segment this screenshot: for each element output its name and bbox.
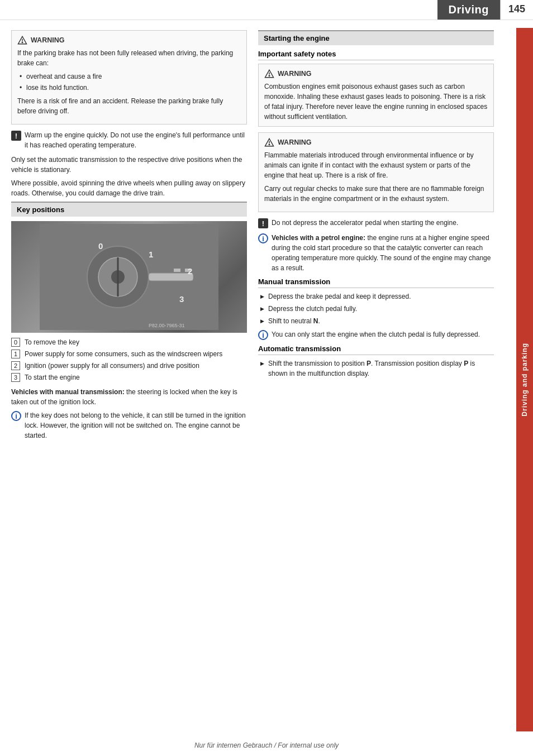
- key-diagram-svg: 0 1 2 3 P82.00-7965-31: [40, 224, 218, 330]
- key-desc-2: Ignition (power supply for all consumers…: [25, 361, 199, 371]
- note-block-2: ! Do not depress the accelerator pedal w…: [258, 218, 494, 228]
- key-pos-3: 3 To start the engine: [11, 372, 247, 382]
- info-icon-2: i: [258, 233, 268, 243]
- bullet-2: lose its hold function.: [20, 83, 241, 93]
- key-pos-2: 2 Ignition (power supply for all consume…: [11, 361, 247, 371]
- bullet-1: overheat and cause a fire: [20, 71, 241, 82]
- key-desc-3: To start the engine: [25, 372, 80, 382]
- key-num-2: 2: [11, 361, 20, 370]
- svg-point-21: [269, 144, 270, 145]
- key-num-3: 3: [11, 373, 20, 382]
- warning-title-2: WARNING: [264, 69, 488, 79]
- svg-text:2: 2: [188, 266, 192, 276]
- manual-trans-header: Manual transmission: [258, 277, 494, 288]
- info-icon-3: i: [258, 330, 268, 340]
- svg-text:0: 0: [98, 241, 103, 251]
- svg-text:1: 1: [149, 250, 153, 259]
- info-text-2: Vehicles with a petrol engine: the engin…: [272, 233, 494, 273]
- manual-trans-note: Vehicles with manual transmission: the s…: [11, 387, 247, 407]
- key-desc-0: To remove the key: [25, 337, 79, 347]
- warning-text-2: Combustion engines emit poisonous exhaus…: [264, 82, 488, 122]
- warning-conclusion-1: There is a risk of fire and an accident.…: [17, 96, 241, 116]
- sidebar-label: Driving and parking: [521, 343, 529, 417]
- key-num-0: 0: [11, 338, 20, 347]
- left-column: WARNING If the parking brake has not bee…: [11, 30, 247, 445]
- note-text-2: Do not depress the accelerator pedal whe…: [272, 218, 458, 228]
- section-title: Driving: [437, 0, 500, 20]
- manual-step-1: Depress the clutch pedal fully.: [260, 304, 494, 314]
- warning-text-1: If the parking brake has not been fully …: [17, 48, 241, 116]
- note-block-1: ! Warm up the engine quickly. Do not use…: [11, 130, 247, 150]
- manual-step-2: Shift to neutral N.: [260, 316, 494, 326]
- warning-label-1: WARNING: [31, 36, 64, 44]
- warning-text-3: Flammable materials introduced through e…: [264, 150, 488, 204]
- important-safety-header: Important safety notes: [258, 50, 494, 60]
- main-content: WARNING If the parking brake has not bee…: [0, 25, 516, 451]
- warning-box-2: WARNING Combustion engines emit poisonou…: [258, 64, 494, 127]
- top-bar: Driving 145: [0, 0, 533, 20]
- svg-point-2: [22, 42, 23, 43]
- key-image-inner: 0 1 2 3 P82.00-7965-31: [11, 221, 247, 333]
- warning-box-3: WARNING Flammable materials introduced t…: [258, 132, 494, 212]
- warning-bullets-1: overheat and cause a fire lose its hold …: [17, 71, 241, 93]
- exclaim-icon-2: !: [258, 218, 268, 228]
- warning-title-3: WARNING: [264, 137, 488, 147]
- auto-trans-header: Automatic transmission: [258, 344, 494, 355]
- key-positions-list: 0 To remove the key 1 Power supply for s…: [11, 337, 247, 382]
- key-desc-1: Power supply for some consumers, such as…: [25, 349, 222, 359]
- warning-triangle-icon-3: [264, 137, 274, 147]
- warning-triangle-icon-1: [17, 35, 27, 45]
- note-text-1: Warm up the engine quickly. Do not use t…: [25, 130, 247, 150]
- para-2: Where possible, avoid spinning the drive…: [11, 178, 247, 198]
- footer-text: Nur für internen Gebrauch / For internal…: [194, 741, 339, 749]
- right-column: Starting the engine Important safety not…: [258, 30, 494, 445]
- auto-step-0: Shift the transmission to position P. Tr…: [260, 358, 494, 379]
- info-icon-1: i: [11, 411, 21, 421]
- svg-text:3: 3: [179, 294, 184, 304]
- exclaim-icon-1: !: [11, 131, 21, 141]
- note-block-info-2: i Vehicles with a petrol engine: the eng…: [258, 233, 494, 273]
- svg-text:P82.00-7965-31: P82.00-7965-31: [149, 323, 185, 328]
- starting-engine-header: Starting the engine: [258, 30, 494, 45]
- svg-rect-9: [174, 269, 180, 272]
- warning-para-1: If the parking brake has not been fully …: [17, 48, 241, 68]
- right-sidebar: Driving and parking: [516, 28, 533, 731]
- key-positions-header: Key positions: [11, 202, 247, 217]
- warning-box-1: WARNING If the parking brake has not bee…: [11, 30, 247, 125]
- manual-step-0: Depress the brake pedal and keep it depr…: [260, 291, 494, 302]
- warning-text-3-conclusion: Carry out regular checks to make sure th…: [264, 184, 488, 204]
- page-number: 145: [500, 0, 533, 20]
- note-block-info-3: i You can only start the engine when the…: [258, 329, 494, 340]
- note-block-info-1: i If the key does not belong to the vehi…: [11, 410, 247, 441]
- key-pos-1: 1 Power supply for some consumers, such …: [11, 349, 247, 359]
- warning-label-2: WARNING: [278, 70, 311, 78]
- key-image: 0 1 2 3 P82.00-7965-31: [11, 221, 247, 333]
- warning-title-1: WARNING: [17, 35, 241, 45]
- auto-trans-steps: Shift the transmission to position P. Tr…: [258, 358, 494, 379]
- para-1: Only set the automatic transmission to t…: [11, 155, 247, 175]
- key-pos-0: 0 To remove the key: [11, 337, 247, 347]
- warning-label-3: WARNING: [278, 138, 311, 146]
- info-text-3: You can only start the engine when the c…: [272, 329, 480, 339]
- petrol-label: Vehicles with a petrol engine:: [272, 234, 365, 242]
- info-text-1: If the key does not belong to the vehicl…: [25, 410, 247, 441]
- warning-text-3-main: Flammable materials introduced through e…: [264, 150, 488, 180]
- footer: Nur für internen Gebrauch / For internal…: [0, 741, 533, 749]
- key-num-1: 1: [11, 350, 20, 358]
- svg-rect-8: [149, 273, 193, 281]
- manual-trans-steps: Depress the brake pedal and keep it depr…: [258, 291, 494, 326]
- svg-point-18: [269, 75, 270, 76]
- warning-triangle-icon-2: [264, 69, 274, 79]
